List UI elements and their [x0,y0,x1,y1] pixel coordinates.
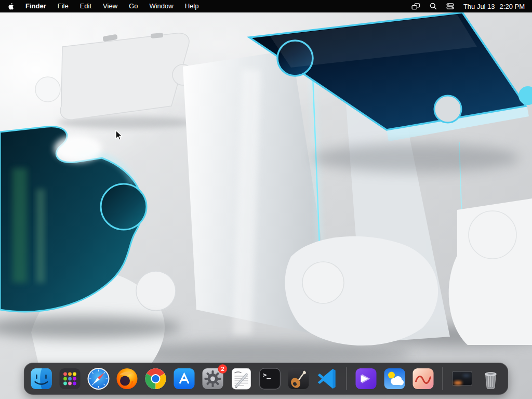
desktop-wallpaper[interactable] [0,12,532,399]
dock-safari-icon[interactable] [87,367,111,391]
menu-bar-status: Thu Jul 13 2:20 PM [411,3,525,10]
dock-separator [443,367,443,390]
menu-file[interactable]: File [58,0,69,12]
menu-help[interactable]: Help [185,0,199,12]
menu-go[interactable]: Go [129,0,138,12]
terminal-prompt-glyph: >_ [263,371,271,379]
dock-vscode-icon[interactable] [315,367,339,391]
spotlight-search-icon[interactable] [430,3,437,10]
puzzle-wallpaper-art [0,12,532,399]
dock-system-settings-icon[interactable]: 2 [201,367,225,391]
dock-separator [347,367,347,390]
menu-edit[interactable]: Edit [80,0,91,12]
dock-launchpad-icon[interactable] [58,367,82,391]
dock-garageband-icon[interactable] [287,367,311,391]
control-center-icon[interactable] [446,3,454,9]
dock-weather-icon[interactable] [383,367,407,391]
clock-time: 2:20 PM [500,3,525,10]
menu-bar: Finder File Edit View Go Window Help [0,0,532,12]
dock-firefox-icon[interactable] [115,367,139,391]
dock-file-thumbnail[interactable] [450,367,474,391]
screen-mirroring-icon[interactable] [411,3,420,10]
menu-bar-clock[interactable]: Thu Jul 13 2:20 PM [463,3,525,10]
macos-desktop: Finder File Edit View Go Window Help [0,0,532,399]
settings-badge: 2 [218,364,227,374]
dock: 2 >_ [24,363,509,395]
dock-purple-app-icon[interactable] [354,367,378,391]
dock-chrome-icon[interactable] [144,367,168,391]
dock-trash-icon[interactable] [479,367,503,391]
menu-window[interactable]: Window [149,0,173,12]
dock-terminal-icon[interactable]: >_ [258,367,282,391]
dock-textedit-icon[interactable] [230,367,254,391]
menu-view[interactable]: View [103,0,117,12]
app-menu-finder[interactable]: Finder [25,0,46,12]
apple-menu-icon[interactable] [7,3,14,10]
clock-date: Thu Jul 13 [463,3,495,10]
dock-app-store-icon[interactable] [172,367,196,391]
dock-waveform-app-icon[interactable] [411,367,435,391]
dock-finder-icon[interactable] [30,367,54,391]
menu-bar-left: Finder File Edit View Go Window Help [7,0,198,12]
